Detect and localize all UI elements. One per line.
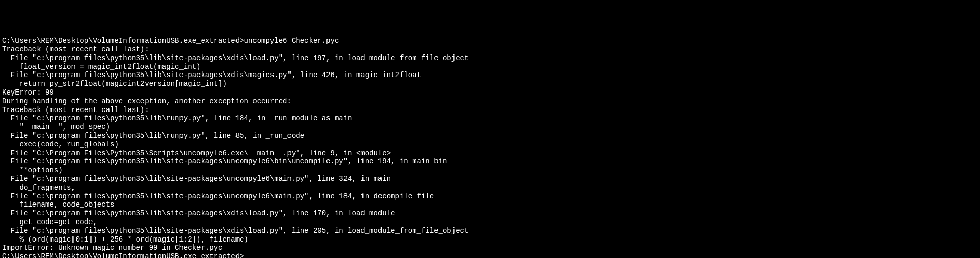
terminal-line: File "c:\program files\python35\lib\site…: [2, 209, 978, 218]
terminal-line: Traceback (most recent call last):: [2, 45, 978, 54]
terminal-line: get_code=get_code,: [2, 218, 978, 227]
terminal-line: C:\Users\REM\Desktop\VolumeInformationUS…: [2, 36, 978, 45]
terminal-line: File "c:\program files\python35\lib\site…: [2, 157, 978, 166]
terminal-line: File "c:\program files\python35\lib\runp…: [2, 132, 978, 140]
terminal-line: Traceback (most recent call last):: [2, 106, 978, 115]
terminal-line: filename, code_objects: [2, 200, 978, 209]
terminal-line: float_version = magic_int2float(magic_in…: [2, 63, 978, 71]
terminal-output[interactable]: C:\Users\REM\Desktop\VolumeInformationUS…: [2, 36, 978, 258]
command-prompt[interactable]: C:\Users\REM\Desktop\VolumeInformationUS…: [2, 252, 244, 258]
terminal-line: **options): [2, 166, 978, 175]
terminal-line: KeyError: 99: [2, 88, 978, 97]
terminal-line: File "C:\Program Files\Python35\Scripts\…: [2, 149, 978, 158]
terminal-line: ImportError: Unknown magic number 99 in …: [2, 244, 978, 252]
terminal-line: exec(code, run_globals): [2, 140, 978, 149]
terminal-line: % (ord(magic[0:1]) + 256 * ord(magic[1:2…: [2, 235, 978, 244]
terminal-line: "__main__", mod_spec): [2, 123, 978, 132]
terminal-line: File "c:\program files\python35\lib\site…: [2, 71, 978, 80]
terminal-line: File "c:\program files\python35\lib\site…: [2, 227, 978, 235]
terminal-line: File "c:\program files\python35\lib\site…: [2, 192, 978, 201]
terminal-line: File "c:\program files\python35\lib\site…: [2, 175, 978, 183]
terminal-line: do_fragments,: [2, 183, 978, 192]
terminal-line: return py_str2float(magicint2version[mag…: [2, 80, 978, 88]
terminal-line: File "c:\program files\python35\lib\runp…: [2, 114, 978, 123]
terminal-line: File "c:\program files\python35\lib\site…: [2, 54, 978, 63]
terminal-line: During handling of the above exception, …: [2, 97, 978, 106]
